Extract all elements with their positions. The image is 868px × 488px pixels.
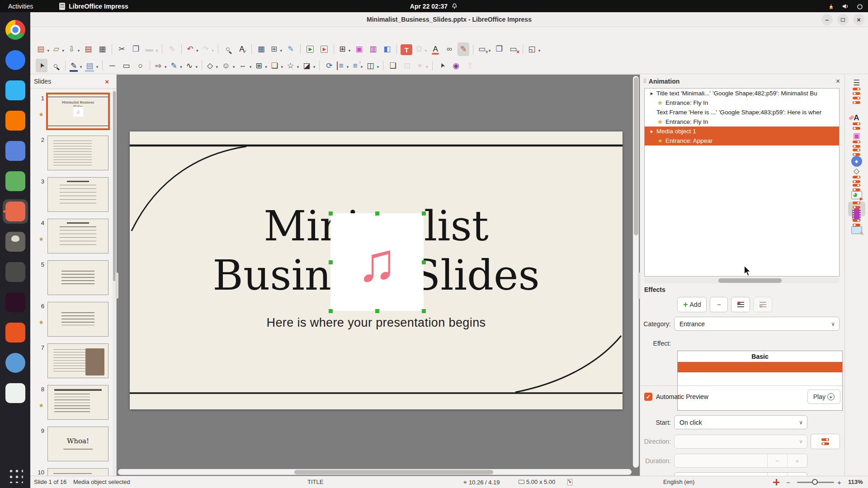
selection-handle[interactable]	[422, 260, 426, 264]
slide-thumbnail[interactable]: Minimalist Business Slides ♫	[47, 343, 108, 378]
edit-points-button[interactable]: ➤	[436, 59, 448, 72]
animation-list-item[interactable]: Entrance: Appear	[645, 136, 839, 145]
blue-sphere-app[interactable]	[3, 48, 28, 72]
menu-item[interactable]	[81, 32, 93, 36]
slide-subtitle[interactable]: Here is where your presentation begins	[130, 316, 623, 330]
new-slide-button[interactable]: ▭	[477, 42, 491, 56]
animation-list-item[interactable]: Entrance: Fly In	[645, 117, 839, 127]
rotate-button[interactable]: ⟳	[323, 59, 335, 72]
styles[interactable]: A	[848, 113, 865, 128]
effect-option[interactable]	[678, 362, 842, 372]
slide-thumbnail-row[interactable]: 7 ★ Minimalist Business Slides ♫	[30, 343, 113, 385]
canvas-vertical-scrollbar[interactable]	[633, 76, 639, 468]
clone-formatting-button[interactable]: ✎	[166, 42, 178, 56]
slide-thumbnail-row[interactable]: 3 ★ Minimalist Business Slides ♫	[30, 177, 113, 219]
play-button[interactable]: Play	[807, 389, 840, 404]
properties[interactable]	[848, 96, 865, 111]
start-current-slide-button[interactable]: ▶	[318, 42, 330, 56]
shapes[interactable]: ◇	[848, 166, 865, 181]
master-slides[interactable]	[848, 219, 865, 234]
canvas-horizontal-scrollbar[interactable]	[118, 469, 632, 475]
animation-list-scrollbar[interactable]	[644, 277, 840, 283]
animation-list-item[interactable]: Text Frame 'Here is ...' 'Google Shape;4…	[645, 108, 839, 117]
animation-list-item[interactable]: Title text 'Minimali...' 'Google Shape;4…	[645, 89, 839, 98]
terminal[interactable]: ❯_	[3, 290, 28, 314]
menu-item[interactable]	[46, 32, 57, 36]
curve-button[interactable]: ✎	[170, 59, 183, 72]
glue-points-button[interactable]: ◉	[450, 59, 462, 72]
show-comments-button[interactable]: ✎	[285, 42, 297, 56]
menu-item[interactable]	[116, 32, 128, 36]
symbol-shapes-button[interactable]: ☺	[221, 59, 235, 72]
files-app[interactable]: ▤	[3, 260, 28, 284]
menu-item[interactable]	[140, 32, 151, 36]
menu-item[interactable]	[69, 32, 81, 36]
navigator[interactable]	[848, 149, 865, 164]
slide-editing-area[interactable]: Minimalist Business Slides Here is where…	[130, 131, 623, 409]
special-character-button[interactable]: Ω	[415, 42, 427, 56]
effect-option[interactable]	[678, 404, 842, 411]
slide-thumbnail[interactable]: Minimalist Business Slides ♫	[47, 302, 108, 337]
duplicate-slide-button[interactable]: ❐	[493, 42, 505, 56]
slide-thumbnail-row[interactable]: 2 ★ Minimalist Business Slides ♫	[30, 136, 113, 177]
move-effect-down-button[interactable]	[753, 297, 772, 312]
3d-objects-button[interactable]: ◪	[302, 59, 316, 72]
menu-item[interactable]	[93, 32, 104, 36]
animation[interactable]	[848, 202, 865, 216]
focused-app[interactable]: LibreOffice Impress	[59, 3, 128, 10]
document-modified-icon[interactable]	[567, 479, 572, 485]
font-color-button[interactable]: A	[429, 42, 441, 56]
selection-handle[interactable]	[375, 309, 379, 313]
new-presentation-button[interactable]: ▤	[36, 42, 50, 56]
selected-media-object[interactable]: ♫	[330, 213, 424, 311]
direction-select[interactable]: ∨	[674, 435, 807, 449]
selection-handle[interactable]	[375, 211, 379, 216]
save-button[interactable]: ⇩	[67, 42, 80, 56]
zoom-level[interactable]: 113%	[848, 479, 863, 485]
selection-handle[interactable]	[329, 211, 333, 216]
slide-thumbnail-row[interactable]: 4 ★ Minimalist Business Slides ♫	[30, 219, 113, 260]
filter-button[interactable]: ✶	[415, 59, 428, 72]
panel-drag-handle[interactable]: ⠿	[643, 78, 646, 84]
selection-handle[interactable]	[422, 309, 426, 313]
vscode[interactable]: ❮	[3, 78, 28, 103]
print-button[interactable]: ▦	[96, 42, 108, 56]
language-selector[interactable]: English (en)	[663, 479, 694, 485]
undo-button[interactable]: ↶	[185, 42, 198, 56]
editing-canvas[interactable]: Minimalist Business Slides Here is where…	[117, 75, 640, 476]
gimp[interactable]	[3, 230, 28, 254]
shadow-button[interactable]: ❑	[387, 59, 399, 72]
to-foreground-button[interactable]: ⇧	[464, 59, 476, 72]
block-arrows-button[interactable]: ⇔	[238, 59, 252, 72]
slide-layout-button[interactable]: ◱	[527, 42, 541, 56]
libreoffice-writer[interactable]: ▤	[3, 139, 28, 163]
slide-thumbnail[interactable]: Minimalist Business Slides ♫	[47, 219, 108, 253]
slide-thumbnail-row[interactable]: 1 ★ Minimalist Business Slides ♫	[30, 94, 113, 136]
align-objects-button[interactable]: ≡	[337, 59, 349, 72]
zoom-tool[interactable]: ○	[50, 59, 61, 72]
selection-handle[interactable]	[329, 260, 333, 264]
basic-shapes-button[interactable]: ◇	[206, 59, 218, 72]
close-slides-panel-icon[interactable]: ×	[105, 78, 109, 85]
slide-transition[interactable]	[848, 184, 865, 199]
redo-button[interactable]: ↷	[201, 42, 214, 56]
slide-thumbnail[interactable]: Minimalist Business Slides ♫	[47, 468, 108, 476]
volume-icon[interactable]	[842, 3, 849, 10]
close-animation-panel-icon[interactable]: ×	[836, 77, 840, 85]
help[interactable]: ?	[3, 351, 28, 375]
power-icon[interactable]	[856, 3, 863, 10]
animation-list[interactable]: Title text 'Minimali...' 'Google Shape;4…	[644, 88, 840, 277]
crop-button[interactable]: ⊡	[401, 59, 413, 72]
lines-arrows-button[interactable]: ⇨	[154, 59, 167, 72]
gallery[interactable]: ▣	[848, 131, 865, 146]
restore-button[interactable]	[837, 14, 849, 25]
insert-table-button[interactable]: ⊞	[338, 42, 351, 56]
automatic-preview-checkbox[interactable]: ✓	[644, 393, 652, 401]
fill-color-button[interactable]: ▤	[85, 59, 99, 72]
animation-list-item[interactable]: Entrance: Fly In	[645, 98, 839, 108]
start-select[interactable]: On click ∨	[674, 415, 807, 429]
insert-textbox-button[interactable]: T	[401, 44, 412, 55]
insert-chart-button[interactable]: ◧	[381, 42, 393, 56]
paste-button[interactable]: ▬	[144, 42, 158, 56]
insert-media-button[interactable]: ▥	[367, 42, 379, 56]
